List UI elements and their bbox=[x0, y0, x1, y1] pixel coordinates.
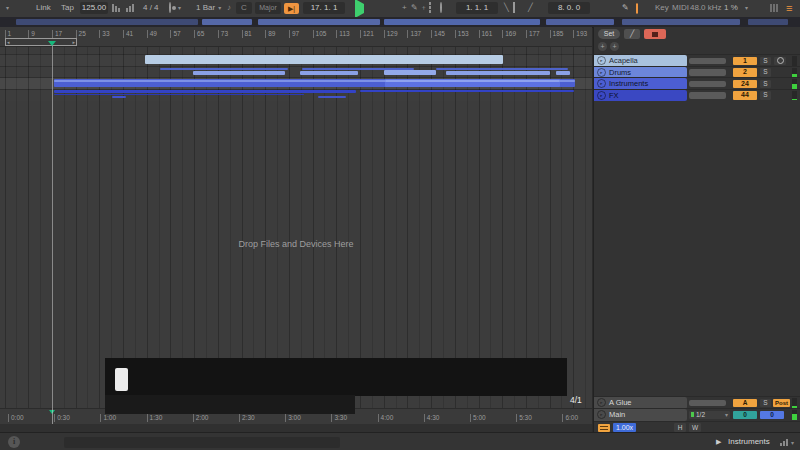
punch-out-button[interactable]: ╱ bbox=[528, 2, 533, 14]
automation-arm-button[interactable]: ✎ bbox=[411, 2, 418, 14]
automation-mode-button[interactable]: ╱ bbox=[624, 29, 640, 39]
track-volume-slider[interactable] bbox=[689, 69, 726, 76]
track-volume-slider[interactable] bbox=[689, 92, 726, 99]
grid-line bbox=[253, 46, 254, 408]
arrangement-clip[interactable] bbox=[385, 80, 560, 82]
nudge-down-button[interactable] bbox=[112, 2, 120, 14]
return-track-name[interactable]: ▸A Glue bbox=[594, 397, 687, 409]
follow-button[interactable]: ▶| bbox=[284, 3, 299, 14]
back-to-arrangement-button[interactable] bbox=[644, 29, 666, 39]
scale-icon: ♪ bbox=[227, 2, 231, 14]
solo-button[interactable]: S bbox=[760, 91, 771, 100]
loop-brace[interactable]: ◂▸ bbox=[5, 38, 77, 46]
session-record-button[interactable] bbox=[429, 2, 431, 14]
track-name[interactable]: ▸FX bbox=[594, 90, 687, 102]
set-locator-button[interactable]: Set bbox=[598, 29, 620, 39]
main-track-header[interactable]: ▸Main 1/2▾ 0 0 bbox=[594, 408, 800, 421]
track-assign-number[interactable]: 2 bbox=[733, 68, 757, 77]
time-signature-field[interactable]: 4 / 4 bbox=[143, 2, 159, 14]
arrangement-clip[interactable] bbox=[384, 70, 436, 75]
metronome-button[interactable]: ▾ bbox=[169, 2, 181, 14]
output-meter-icon[interactable]: ▾ bbox=[780, 438, 794, 446]
grid-line bbox=[313, 46, 314, 408]
track-assign-number[interactable]: 44 bbox=[733, 91, 757, 100]
loop-region-button[interactable] bbox=[513, 2, 515, 14]
arrangement-clip[interactable] bbox=[160, 68, 288, 71]
scale-root-menu[interactable]: C bbox=[236, 2, 252, 14]
arrangement-clip[interactable] bbox=[54, 94, 304, 96]
time-label: 1:00 bbox=[100, 414, 116, 422]
play-button[interactable] bbox=[355, 3, 364, 15]
bar-number: 161 bbox=[479, 30, 493, 38]
panel-circle-button-2[interactable]: + bbox=[610, 42, 619, 51]
solo-button[interactable]: S bbox=[760, 399, 771, 408]
solo-button[interactable]: S bbox=[760, 57, 771, 66]
send-a-badge[interactable]: A bbox=[733, 399, 757, 408]
track-assign-number[interactable]: 1 bbox=[733, 57, 757, 66]
arrangement-clip[interactable] bbox=[436, 68, 568, 71]
loop-length-field[interactable]: 8. 0. 0 bbox=[548, 2, 590, 14]
capture-midi-button[interactable]: ＋ bbox=[420, 2, 427, 14]
cue-out-selector[interactable]: 1/2▾ bbox=[689, 411, 730, 420]
cue-volume-field[interactable]: 0 bbox=[733, 411, 757, 420]
track-volume-slider[interactable] bbox=[689, 81, 726, 88]
master-lane-subregion[interactable] bbox=[105, 395, 355, 414]
beat-time-ruler[interactable]: ◂▸ 1917253341495765738189971051131211291… bbox=[0, 27, 592, 47]
draw-mode-button[interactable]: ✎ bbox=[622, 2, 629, 14]
solo-button[interactable]: S bbox=[760, 68, 771, 77]
track-volume-slider[interactable] bbox=[689, 58, 726, 65]
main-volume-field[interactable]: 0 bbox=[760, 411, 784, 420]
selected-track-label[interactable]: Instruments bbox=[728, 437, 770, 446]
arrangement-clip[interactable] bbox=[556, 71, 570, 75]
arrangement-clip[interactable] bbox=[318, 96, 346, 98]
return-track-header[interactable]: ▸A Glue A S Post bbox=[594, 396, 800, 409]
arrangement-clip[interactable] bbox=[360, 90, 574, 93]
scale-name-menu[interactable]: Major bbox=[255, 2, 281, 14]
play-icon bbox=[355, 0, 364, 18]
white-marker[interactable] bbox=[115, 368, 128, 391]
punch-in-button[interactable]: ╲ bbox=[504, 2, 509, 14]
return-volume-slider[interactable] bbox=[689, 400, 726, 407]
cpu-menu-button[interactable]: ▾ bbox=[745, 2, 748, 14]
master-lane-region[interactable] bbox=[105, 358, 567, 396]
key-map-toggle[interactable]: Key bbox=[655, 2, 669, 14]
main-track-name[interactable]: ▸Main bbox=[594, 409, 687, 421]
hamburger-menu-button[interactable]: ≡ bbox=[786, 2, 792, 14]
arrangement-position-field[interactable]: 17. 1. 1 bbox=[303, 2, 345, 14]
optimize-width-button[interactable]: W bbox=[689, 423, 701, 432]
zoom-grid-icon[interactable] bbox=[598, 424, 610, 432]
post-button[interactable]: Post bbox=[773, 399, 790, 408]
arrangement-area[interactable]: ◂▸ 1917253341495765738189971051131211291… bbox=[0, 27, 592, 432]
midi-overdub-button[interactable]: + bbox=[402, 2, 407, 14]
tap-tempo-button[interactable]: Tap bbox=[61, 2, 74, 14]
arrangement-clip[interactable] bbox=[145, 55, 503, 64]
loop-toggle-button[interactable] bbox=[440, 2, 442, 14]
quantize-menu[interactable]: 1 Bar▾ bbox=[196, 2, 221, 14]
link-button[interactable]: Link bbox=[36, 2, 51, 14]
grid-line bbox=[396, 46, 397, 408]
cue-dot-icon bbox=[691, 412, 694, 417]
arm-button[interactable] bbox=[774, 57, 786, 66]
arrangement-clip[interactable] bbox=[112, 96, 126, 98]
arrangement-clip[interactable] bbox=[300, 71, 358, 75]
drop-hint-text: Drop Files and Devices Here bbox=[0, 239, 592, 249]
track-assign-number[interactable]: 24 bbox=[733, 80, 757, 89]
options-menu-button[interactable]: ▾ bbox=[4, 2, 9, 14]
optimize-height-button[interactable]: H bbox=[674, 423, 686, 432]
solo-button[interactable]: S bbox=[760, 80, 771, 89]
arrangement-clip[interactable] bbox=[446, 71, 550, 75]
computer-midi-keyboard-button[interactable] bbox=[636, 3, 638, 15]
nudge-up-button[interactable] bbox=[126, 2, 134, 14]
track-header[interactable]: ▸FX44S bbox=[594, 89, 800, 102]
horizontal-scroll-area[interactable] bbox=[0, 424, 592, 432]
arrangement-clip[interactable] bbox=[54, 90, 356, 94]
tempo-field[interactable]: 125.00 bbox=[80, 2, 108, 14]
loop-start-field[interactable]: 1. 1. 1 bbox=[456, 2, 498, 14]
grid-line bbox=[87, 46, 88, 408]
arrangement-clip[interactable] bbox=[193, 71, 285, 75]
track-play-icon: ▸ bbox=[597, 68, 606, 77]
zoom-amount-field[interactable]: 1.00x bbox=[613, 423, 636, 432]
panel-circle-button-1[interactable]: + bbox=[598, 42, 607, 51]
midi-map-toggle[interactable]: MIDI bbox=[672, 2, 689, 14]
info-icon[interactable]: i bbox=[8, 436, 20, 448]
